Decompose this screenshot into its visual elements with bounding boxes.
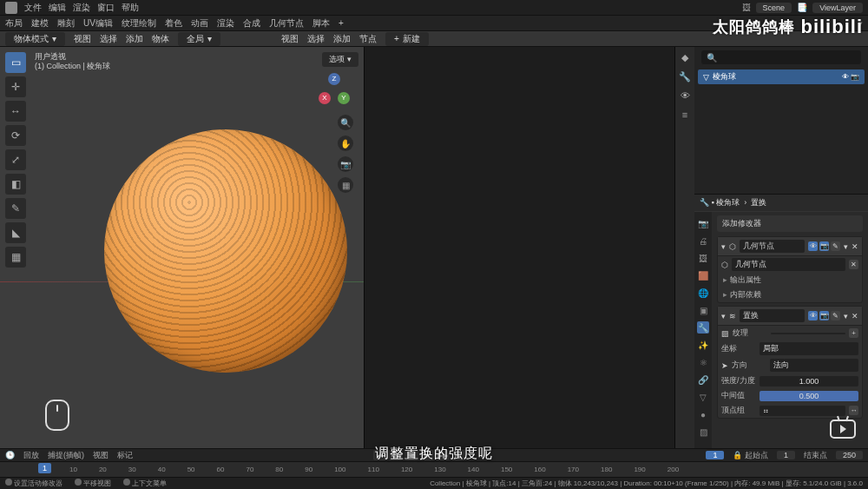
end-frame-field[interactable]: 250 [836, 451, 863, 459]
viewlayer-field[interactable]: ViewLayer [812, 3, 863, 13]
ws-uv[interactable]: UV编辑 [83, 17, 113, 30]
persp-icon[interactable]: ▦ [338, 177, 353, 193]
midlevel-field[interactable]: 0.500 [760, 391, 858, 401]
current-frame-field[interactable]: 1 [706, 451, 724, 459]
ws-anim[interactable]: 动画 [191, 17, 208, 30]
tool-addcube[interactable]: ▦ [5, 247, 26, 268]
node-editor[interactable] [365, 47, 675, 448]
playhead[interactable]: 1 [38, 463, 51, 473]
tab-tool[interactable]: 🔧 [678, 69, 692, 83]
coords-dropdown[interactable]: 局部 [760, 342, 858, 355]
subsection-output[interactable]: 输出属性 [718, 273, 862, 287]
expand-icon[interactable]: ▾ [721, 242, 726, 251]
tab-item[interactable]: ◆ [678, 50, 692, 64]
tool-scale[interactable]: ⤢ [5, 149, 26, 170]
close-icon[interactable]: ✕ [852, 242, 858, 251]
menu-edit[interactable]: 编辑 [49, 2, 66, 14]
pan-icon[interactable]: ✋ [338, 135, 353, 151]
nh-select[interactable]: 选择 [307, 33, 325, 45]
vh-view[interactable]: 视图 [74, 33, 91, 45]
mode-dropdown[interactable]: 物体模式 ▾ [5, 32, 65, 46]
tl-mark[interactable]: 标记 [117, 450, 133, 461]
texture-field[interactable] [771, 333, 845, 334]
ptab-modifiers[interactable]: 🔧 [697, 321, 709, 334]
ptab-physics[interactable]: ⚛ [697, 356, 709, 368]
orient-dropdown[interactable]: 全局 ▾ [178, 32, 220, 46]
ws-render[interactable]: 渲染 [217, 17, 234, 30]
outliner-row-icosphere[interactable]: ▽ 棱角球 👁 📷 [698, 69, 865, 84]
ptab-object[interactable]: ▣ [697, 304, 709, 316]
tool-cursor[interactable]: ✛ [5, 76, 26, 97]
ptab-data[interactable]: ▽ [697, 391, 709, 403]
ptab-texture[interactable]: ▨ [697, 426, 709, 438]
extras-icon[interactable]: ▾ [844, 242, 848, 251]
extras-icon[interactable]: ▾ [844, 312, 848, 320]
outliner[interactable]: 🔍 ▽ 棱角球 👁 📷 [694, 47, 868, 195]
vh-object[interactable]: 物体 [152, 33, 169, 45]
nav-gizmo[interactable]: Z X Y [315, 71, 353, 109]
tab-view[interactable]: 👁 [678, 89, 692, 102]
ptab-scene[interactable]: 🟫 [697, 269, 709, 281]
nh-view[interactable]: 视图 [281, 33, 299, 45]
axis-z[interactable]: Z [328, 73, 340, 85]
ptab-particles[interactable]: ✨ [697, 339, 709, 351]
ws-comp[interactable]: 合成 [243, 17, 260, 30]
mesh-icosphere[interactable] [104, 129, 347, 373]
timeline-ruler[interactable]: 1 10 20 30 40 50 60 70 80 90 100 110 120… [0, 461, 868, 477]
ws-geo[interactable]: 几何节点 [269, 17, 304, 30]
ptab-world[interactable]: 🌐 [697, 287, 709, 299]
strength-field[interactable]: 1.000 [760, 376, 858, 387]
render-toggle[interactable]: 📷 [819, 241, 829, 251]
tool-transform[interactable]: ◧ [5, 174, 26, 195]
editmode-toggle[interactable]: ✎ [831, 241, 840, 251]
restrict-icons[interactable]: 👁 📷 [842, 73, 859, 81]
axis-x[interactable]: X [319, 92, 331, 104]
ws-shading[interactable]: 着色 [165, 17, 182, 30]
menu-window[interactable]: 窗口 [97, 2, 115, 14]
new-nodegroup-button[interactable]: + 新建 [385, 32, 429, 46]
modifier-name-input[interactable]: 置换 [740, 309, 805, 322]
camera-icon[interactable]: 📷 [338, 156, 353, 172]
tool-move[interactable]: ↔ [5, 101, 26, 122]
tl-playback[interactable]: 回放 [23, 450, 39, 461]
ws-sculpt[interactable]: 雕刻 [57, 17, 75, 30]
expand-icon[interactable]: ▾ [721, 312, 726, 320]
subsection-deps[interactable]: 内部依赖 [718, 287, 862, 302]
start-frame-field[interactable]: 1 [777, 451, 795, 459]
unlink-icon[interactable]: ✕ [849, 260, 858, 269]
nh-add[interactable]: 添加 [333, 33, 351, 45]
ptab-material[interactable]: ● [697, 408, 709, 420]
render-toggle[interactable]: 📷 [819, 311, 829, 320]
menu-file[interactable]: 文件 [24, 2, 42, 14]
ws-add[interactable]: + [339, 18, 344, 28]
vh-add[interactable]: 添加 [126, 33, 143, 45]
realtime-toggle[interactable]: 👁 [808, 311, 818, 320]
ws-texpaint[interactable]: 纹理绘制 [122, 17, 156, 30]
close-icon[interactable]: ✕ [852, 312, 858, 320]
tl-view[interactable]: 视图 [93, 450, 108, 461]
ptab-viewlayer[interactable]: 🖼 [697, 252, 709, 264]
tool-annotate[interactable]: ✎ [5, 198, 26, 219]
new-texture-icon[interactable]: + [849, 328, 858, 338]
add-modifier-button[interactable]: 添加修改器 [717, 215, 863, 232]
ws-modeling[interactable]: 建模 [31, 17, 49, 30]
vh-select[interactable]: 选择 [100, 33, 117, 45]
ws-script[interactable]: 脚本 [312, 17, 330, 30]
nh-node[interactable]: 节点 [359, 33, 377, 45]
editmode-toggle[interactable]: ✎ [831, 311, 840, 320]
scene-field[interactable]: Scene [756, 3, 792, 13]
tab-node[interactable]: ≡ [678, 108, 692, 122]
zoom-icon[interactable]: 🔍 [338, 115, 353, 130]
direction-dropdown[interactable]: 法向 [770, 359, 858, 372]
options-dropdown[interactable]: 选项 ▾ [322, 52, 358, 67]
modifier-name-input[interactable]: 几何节点 [740, 240, 805, 253]
ws-layout[interactable]: 布局 [5, 17, 23, 30]
tool-select-box[interactable]: ▭ [5, 52, 26, 73]
ptab-output[interactable]: 🖨 [697, 235, 709, 247]
tl-keying[interactable]: 捕捉(插帧) [48, 450, 84, 461]
ptab-constraints[interactable]: 🔗 [697, 373, 709, 386]
vgroup-field[interactable]: ⠶ [760, 406, 845, 416]
invert-icon[interactable]: ↔ [849, 406, 858, 415]
outliner-search-input[interactable]: 🔍 [701, 50, 861, 64]
menu-help[interactable]: 帮助 [122, 2, 139, 14]
